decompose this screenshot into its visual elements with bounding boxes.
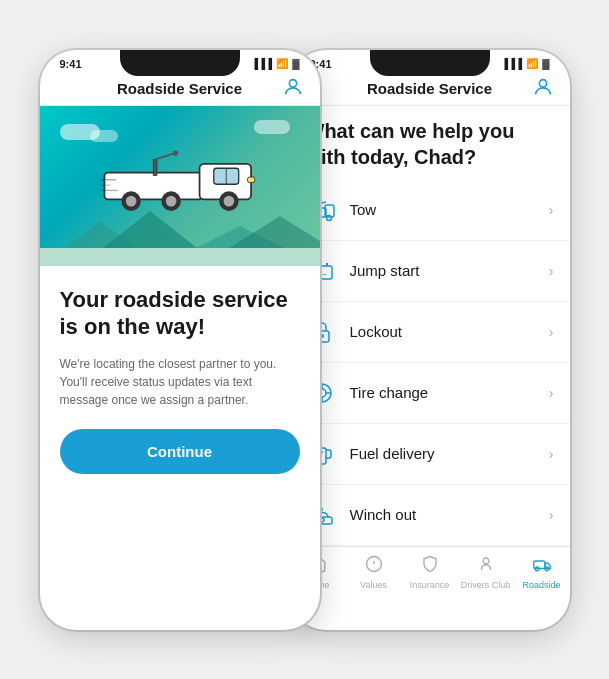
greeting-text: What can we help you with today, Chad? [290, 106, 570, 180]
right-wifi-icon: 📶 [526, 58, 538, 69]
nav-insurance-label: Insurance [410, 580, 450, 590]
lockout-label: Lockout [350, 323, 549, 340]
tow-label: Tow [350, 201, 549, 218]
bottom-nav: Home Values Insurance [290, 546, 570, 596]
right-battery-icon: ▓ [542, 58, 549, 69]
left-status-icons: ▐▐▐ 📶 ▓ [251, 58, 300, 69]
jump-start-label: Jump start [350, 262, 549, 279]
svg-point-46 [320, 518, 324, 522]
truck-svg [100, 141, 260, 231]
scene: 9:41 ▐▐▐ 📶 ▓ Roadside Service [0, 0, 609, 679]
svg-point-10 [125, 195, 136, 206]
nav-item-values[interactable]: Values [346, 553, 402, 592]
svg-point-35 [320, 334, 324, 338]
service-item-tow[interactable]: Tow › [290, 180, 570, 241]
road [40, 248, 320, 266]
right-status-icons: ▐▐▐ 📶 ▓ [501, 58, 550, 69]
tow-chevron: › [549, 202, 554, 218]
svg-rect-19 [153, 159, 157, 175]
values-nav-icon [365, 555, 383, 578]
left-time: 9:41 [60, 58, 82, 70]
svg-point-0 [289, 80, 296, 87]
left-profile-icon[interactable] [282, 76, 304, 102]
winch-out-label: Winch out [350, 506, 549, 523]
nav-item-insurance[interactable]: Insurance [402, 553, 458, 592]
left-header-title: Roadside Service [117, 80, 242, 97]
nav-item-drivers-club[interactable]: Drivers Club [458, 553, 514, 592]
left-phone: 9:41 ▐▐▐ 📶 ▓ Roadside Service [40, 50, 320, 630]
tire-change-label: Tire change [350, 384, 549, 401]
nav-item-roadside[interactable]: Roadside [514, 553, 570, 592]
sub-text: We're locating the closest partner to yo… [60, 355, 300, 409]
fuel-delivery-chevron: › [549, 446, 554, 462]
service-item-fuel-delivery[interactable]: Fuel delivery › [290, 424, 570, 485]
right-phone: 9:41 ▐▐▐ 📶 ▓ Roadside Service What can w… [290, 50, 570, 630]
lockout-chevron: › [549, 324, 554, 340]
cloud-3 [254, 120, 290, 134]
winch-out-chevron: › [549, 507, 554, 523]
nav-drivers-club-label: Drivers Club [461, 580, 511, 590]
right-profile-icon[interactable] [532, 76, 554, 102]
svg-rect-18 [247, 177, 254, 182]
right-app-header: Roadside Service [290, 74, 570, 106]
right-signal-icon: ▐▐▐ [501, 58, 522, 69]
wifi-icon: 📶 [276, 58, 288, 69]
battery-icon: ▓ [292, 58, 299, 69]
svg-text:-: - [323, 269, 326, 279]
svg-rect-5 [104, 172, 202, 199]
right-notch [370, 50, 490, 76]
svg-point-26 [326, 215, 331, 220]
svg-point-22 [539, 80, 546, 87]
service-item-tire-change[interactable]: Tire change › [290, 363, 570, 424]
drivers-club-nav-icon [477, 555, 495, 578]
svg-line-20 [155, 153, 175, 159]
insurance-nav-icon [421, 555, 439, 578]
service-item-jump-start[interactable]: + - Jump start › [290, 241, 570, 302]
nav-roadside-label: Roadside [522, 580, 560, 590]
main-heading: Your roadside service is on the way! [60, 286, 300, 341]
fuel-delivery-label: Fuel delivery [350, 445, 549, 462]
left-content: Your roadside service is on the way! We'… [40, 266, 320, 490]
continue-button[interactable]: Continue [60, 429, 300, 474]
svg-point-12 [165, 195, 176, 206]
left-notch [120, 50, 240, 76]
svg-point-21 [172, 150, 177, 155]
tire-change-chevron: › [549, 385, 554, 401]
hero-image [40, 106, 320, 266]
left-app-header: Roadside Service [40, 74, 320, 106]
right-header-title: Roadside Service [367, 80, 492, 97]
svg-point-52 [483, 558, 489, 564]
svg-point-14 [223, 195, 234, 206]
signal-icon: ▐▐▐ [251, 58, 272, 69]
service-item-lockout[interactable]: Lockout › [290, 302, 570, 363]
roadside-nav-icon [533, 555, 551, 578]
jump-start-chevron: › [549, 263, 554, 279]
service-item-winch-out[interactable]: Winch out › [290, 485, 570, 546]
nav-values-label: Values [360, 580, 387, 590]
service-list: Tow › + - Jump start › [290, 180, 570, 546]
